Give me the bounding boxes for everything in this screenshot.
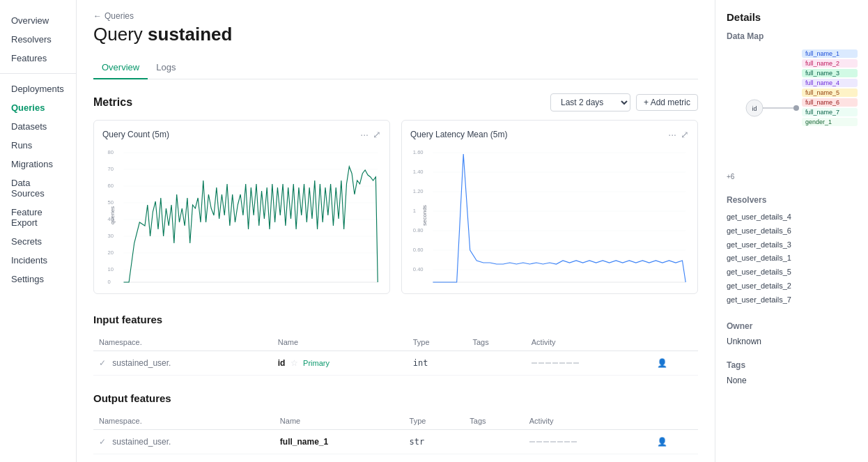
- col-name: Name: [272, 334, 408, 351]
- sidebar-item-queries[interactable]: Queries: [0, 98, 76, 117]
- primary-badge[interactable]: Primary: [303, 359, 330, 367]
- col-type: Type: [408, 334, 467, 351]
- input-features-table: Namespace. Name Type Tags Activity ✓ sus…: [93, 334, 698, 376]
- resolvers-label: Resolvers: [727, 195, 857, 205]
- svg-text:70: 70: [108, 166, 114, 172]
- owner-section: Owner Unknown: [727, 321, 857, 346]
- time-range-select[interactable]: Last 2 days Last 24 hours Last 7 days: [550, 93, 630, 111]
- person-cell-out: 👤: [651, 430, 698, 454]
- sidebar-item-datasets[interactable]: Datasets: [0, 117, 76, 136]
- namespace-cell-out: ✓ sustained_user.: [93, 430, 274, 454]
- resolver-2[interactable]: get_user_details_6: [727, 224, 857, 238]
- sidebar-divider-1: [0, 73, 76, 74]
- data-map-svg: id full_name_1 full_name_2 full_name_3 f…: [727, 47, 859, 169]
- tags-label: Tags: [727, 360, 857, 370]
- resolver-5[interactable]: get_user_details_5: [727, 265, 857, 279]
- name-cell-out: full_name_1: [274, 430, 404, 454]
- sidebar-item-settings[interactable]: Settings: [0, 270, 76, 288]
- type-cell: int: [408, 351, 467, 376]
- breadcrumb-parent[interactable]: Queries: [104, 11, 134, 21]
- svg-text:1.60: 1.60: [413, 149, 424, 155]
- svg-text:queries: queries: [109, 206, 116, 224]
- sidebar-item-deployments[interactable]: Deployments: [0, 79, 76, 98]
- person-icon: 👤: [657, 358, 667, 368]
- check-icon: ✓: [99, 358, 106, 368]
- svg-text:20: 20: [108, 249, 114, 256]
- col-tags-out: Tags: [464, 413, 523, 430]
- svg-text:10: 10: [108, 266, 114, 272]
- sidebar-item-resolvers[interactable]: Resolvers: [0, 30, 76, 49]
- page-title-normal: Query: [93, 24, 143, 45]
- sidebar-item-incidents[interactable]: Incidents: [0, 251, 76, 270]
- data-map: id full_name_1 full_name_2 full_name_3 f…: [727, 47, 857, 181]
- tag-gender-1: gender_1: [802, 118, 858, 126]
- resolver-6[interactable]: get_user_details_2: [727, 279, 857, 293]
- person-cell: 👤: [651, 351, 698, 376]
- metrics-title: Metrics: [93, 96, 132, 109]
- svg-text:30: 30: [108, 233, 114, 239]
- add-metric-button[interactable]: + Add metric: [636, 94, 698, 111]
- svg-text:0.60: 0.60: [413, 247, 424, 253]
- tag-full-name-4: full_name_4: [802, 79, 858, 87]
- output-features-table: Namespace. Name Type Tags Activity ✓ sus…: [93, 413, 698, 454]
- svg-point-37: [793, 105, 799, 111]
- output-features-title: Output features: [93, 392, 698, 404]
- resolvers-section: Resolvers get_user_details_4 get_user_de…: [727, 195, 857, 307]
- resolver-3[interactable]: get_user_details_3: [727, 238, 857, 252]
- tags-value: None: [727, 376, 857, 385]
- svg-text:0.80: 0.80: [413, 227, 424, 233]
- tab-overview[interactable]: Overview: [93, 56, 148, 79]
- table-row: ✓ sustained_user. id ☆ Primary int: [93, 351, 698, 376]
- sidebar-item-features[interactable]: Features: [0, 49, 76, 68]
- resolver-4[interactable]: get_user_details_1: [727, 252, 857, 265]
- col-type-out: Type: [404, 413, 465, 430]
- data-map-label: Data Map: [727, 31, 857, 41]
- input-features-title: Input features: [93, 314, 698, 325]
- chart2-area: 1.60 1.40 1.20 1 0.80 0.60 0.40 seconds: [410, 146, 689, 285]
- col-namespace-out: Namespace.: [93, 413, 274, 430]
- name-cell: id ☆ Primary: [272, 351, 408, 376]
- right-panel: Details Data Map id full_name_1 full_nam…: [715, 0, 868, 462]
- type-cell-out: str: [404, 430, 465, 454]
- metrics-header: Metrics Last 2 days Last 24 hours Last 7…: [93, 93, 698, 111]
- activity-line-out: [529, 441, 646, 442]
- chart1-more-icon[interactable]: ···: [360, 129, 369, 140]
- breadcrumb: ← Queries: [93, 11, 698, 21]
- sidebar-item-migrations[interactable]: Migrations: [0, 155, 76, 174]
- tab-logs[interactable]: Logs: [148, 56, 184, 79]
- tags-section: Tags None: [727, 360, 857, 385]
- output-features-section: Output features Namespace. Name Type Tag…: [93, 392, 698, 454]
- metrics-controls: Last 2 days Last 24 hours Last 7 days + …: [550, 93, 698, 111]
- svg-text:1: 1: [413, 208, 416, 214]
- chart1-expand-icon[interactable]: ⤢: [373, 129, 381, 140]
- sidebar-item-data-sources[interactable]: Data Sources: [0, 174, 76, 203]
- resolver-7[interactable]: get_user_details_7: [727, 293, 857, 307]
- col-activity: Activity: [526, 334, 652, 351]
- tab-bar: Overview Logs: [93, 56, 698, 79]
- tag-full-name-3: full_name_3: [802, 69, 858, 77]
- resolver-1[interactable]: get_user_details_4: [727, 210, 857, 224]
- plus-more: +6: [727, 173, 734, 180]
- details-section: Details Data Map id full_name_1 full_nam…: [727, 11, 857, 181]
- tag-full-name-5: full_name_5: [802, 88, 858, 97]
- table-row: ✓ sustained_user. full_name_1 str: [93, 430, 698, 454]
- sidebar-item-runs[interactable]: Runs: [0, 136, 76, 155]
- page-title-bold: sustained: [148, 24, 232, 45]
- chart2-expand-icon[interactable]: ⤢: [681, 129, 689, 140]
- query-latency-chart: Query Latency Mean (5m) ··· ⤢ 1.60 1.40 …: [401, 120, 698, 294]
- col-name-out: Name: [274, 413, 404, 430]
- person-icon-out: 👤: [657, 437, 667, 447]
- svg-text:0.40: 0.40: [413, 266, 424, 272]
- svg-text:50: 50: [108, 199, 114, 206]
- chart2-more-icon[interactable]: ···: [668, 129, 676, 140]
- sidebar-item-secrets[interactable]: Secrets: [0, 232, 76, 251]
- sidebar-item-overview[interactable]: Overview: [0, 11, 76, 30]
- tag-full-name-1: full_name_1: [802, 49, 858, 58]
- sidebar-item-feature-export[interactable]: Feature Export: [0, 203, 76, 232]
- tag-full-name-7: full_name_7: [802, 108, 858, 116]
- tags-cell-out: [464, 430, 523, 454]
- col-actions: [651, 334, 698, 351]
- activity-line: [532, 362, 646, 364]
- tag-full-name-2: full_name_2: [802, 59, 858, 68]
- svg-text:1.40: 1.40: [413, 169, 424, 175]
